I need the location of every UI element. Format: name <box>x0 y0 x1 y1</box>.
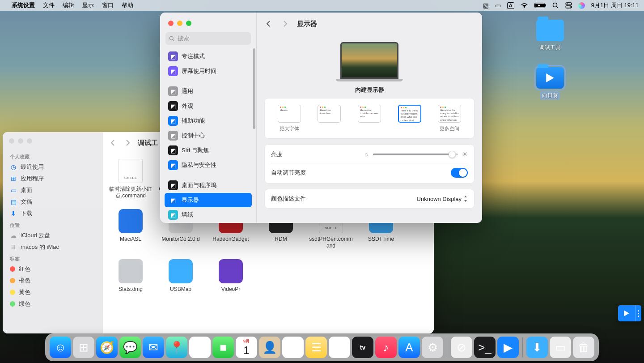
sidebar-item[interactable]: ⬇下载 <box>3 208 103 219</box>
back-button[interactable] <box>265 20 273 28</box>
settings-item[interactable]: ◩专注模式 <box>165 49 252 64</box>
file-item[interactable]: MaciASL <box>106 207 156 257</box>
spotlight-icon[interactable] <box>552 2 559 9</box>
sunflower-float-widget[interactable] <box>618 305 641 321</box>
dock-music[interactable]: ♪ <box>375 337 397 358</box>
zoom-button[interactable] <box>186 21 191 26</box>
scale-option[interactable]: Here's to t troublema ones who <box>351 105 388 125</box>
dock-finder[interactable]: ☺ <box>50 337 71 358</box>
scale-option[interactable]: Here's to the crazy on misfits rebels tr… <box>431 105 468 132</box>
settings-item[interactable]: ◩辅助功能 <box>165 114 252 128</box>
settings-item-label: 外观 <box>182 102 193 110</box>
dock-notes[interactable]: ☰ <box>305 337 327 358</box>
desktop-app-sunflower[interactable]: 向日葵 <box>532 67 568 100</box>
settings-item[interactable]: ◩屏幕保护程序 <box>165 222 252 223</box>
desktop-folder-debug[interactable]: 调试工具 <box>532 20 568 51</box>
screen-mirror-icon[interactable]: ▧ <box>483 2 489 9</box>
scrollbar[interactable] <box>253 48 255 129</box>
dock-freeform[interactable]: 〰 <box>329 337 350 358</box>
close-button[interactable] <box>168 21 174 26</box>
sidebar-item[interactable]: 绿色 <box>3 298 103 310</box>
dock-reminders[interactable]: ≡ <box>282 337 304 358</box>
settings-item[interactable]: ◩桌面与程序坞 <box>165 178 252 192</box>
dock-disk-utility[interactable]: ⊘ <box>451 337 472 358</box>
forward-button[interactable] <box>123 139 131 147</box>
dock-launchpad[interactable]: ⊞ <box>73 337 94 358</box>
input-source-indicator[interactable]: A <box>507 2 514 9</box>
dock-downloads[interactable]: ⬇ <box>526 337 548 358</box>
file-item[interactable]: 临时清除更新小红点.command <box>106 157 156 207</box>
dock-mail[interactable]: ✉ <box>143 337 164 358</box>
sidebar-item[interactable]: 红色 <box>3 263 103 275</box>
dock: ☺⊞🧭💬✉📍✿■9月1👤≡☰〰tv♪A⚙⊘>_▶⬇▭🗑 <box>45 333 599 361</box>
brightness-slider[interactable] <box>373 154 458 155</box>
menu-window[interactable]: 窗口 <box>102 1 114 9</box>
file-item[interactable]: Stats.dmg <box>106 257 156 307</box>
dock-calendar[interactable]: 9月1 <box>236 337 257 358</box>
sidebar-item[interactable]: ☁iCloud 云盘 <box>3 230 103 241</box>
siri-icon[interactable] <box>578 2 585 9</box>
settings-item[interactable]: ◩屏幕使用时间 <box>165 64 252 78</box>
scale-preview: Here's to t troublema ones who <box>358 105 381 123</box>
dock-terminal[interactable]: >_ <box>474 337 496 358</box>
widget-main[interactable] <box>618 309 635 318</box>
dock-app-store[interactable]: A <box>398 337 420 358</box>
settings-item[interactable]: ◩显示器 <box>165 193 252 207</box>
settings-sidebar: 搜索 ◩专注模式◩屏幕使用时间◩通用◩外观◩辅助功能◩控制中心◩Siri 与聚焦… <box>160 13 257 223</box>
display-name: 内建显示器 <box>265 86 474 94</box>
control-center-icon[interactable] <box>565 2 572 9</box>
sidebar-item[interactable]: 🖥macos 的 iMac <box>3 241 103 253</box>
dock-recents[interactable]: ▭ <box>550 337 571 358</box>
menu-file[interactable]: 文件 <box>43 1 55 9</box>
settings-item[interactable]: ◩墙纸 <box>165 208 252 222</box>
settings-item[interactable]: ◩通用 <box>165 84 252 98</box>
dock-facetime[interactable]: ■ <box>212 337 234 358</box>
back-button[interactable] <box>109 139 117 147</box>
dock-photos[interactable]: ✿ <box>189 337 211 358</box>
settings-item-icon: ◩ <box>168 145 178 155</box>
dock-messages[interactable]: 💬 <box>119 337 141 358</box>
scale-label: 更多空间 <box>431 125 468 132</box>
settings-item[interactable]: ◩外观 <box>165 99 252 113</box>
file-item[interactable]: USBMap <box>156 257 206 307</box>
dock-safari[interactable]: 🧭 <box>96 337 118 358</box>
auto-brightness-toggle[interactable] <box>451 168 468 178</box>
dock-sunflower[interactable]: ▶ <box>497 337 519 358</box>
dock-maps[interactable]: 📍 <box>166 337 187 358</box>
wifi-icon[interactable] <box>521 3 528 8</box>
cloud-icon: ☁ <box>10 232 17 239</box>
sidebar-item[interactable]: 橙色 <box>3 275 103 286</box>
scale-option[interactable]: Here's to the c troublemakers ones who s… <box>391 105 428 125</box>
dock-trash[interactable]: 🗑 <box>573 337 594 358</box>
settings-item[interactable]: ◩Siri 与聚焦 <box>165 143 252 158</box>
minimize-button[interactable] <box>177 21 182 26</box>
sidebar-item[interactable]: ▭桌面 <box>3 184 103 196</box>
menu-help[interactable]: 帮助 <box>122 1 133 9</box>
desktop-icon-label: 向日葵 <box>540 91 560 100</box>
finder-traffic-lights[interactable] <box>3 137 103 151</box>
scale-option[interactable]: Here's更大字体 <box>271 105 308 132</box>
settings-item[interactable]: ◩隐私与安全性 <box>165 158 252 172</box>
dock-settings[interactable]: ⚙ <box>422 337 443 358</box>
dock-contacts[interactable]: 👤 <box>259 337 280 358</box>
color-profile-select[interactable]: Unknown Display <box>417 196 468 202</box>
menu-edit[interactable]: 编辑 <box>63 1 74 9</box>
scale-option[interactable]: Here's to troublem <box>311 105 348 125</box>
datetime[interactable]: 9月1日 周日 19:11 <box>591 1 639 9</box>
menu-view[interactable]: 显示 <box>82 1 94 9</box>
sidebar-item[interactable]: ⊞应用程序 <box>3 173 103 184</box>
sidebar-item[interactable]: ◷最近使用 <box>3 161 103 173</box>
app-menu[interactable]: 系统设置 <box>12 1 35 9</box>
display-icon[interactable]: ▭ <box>495 2 501 9</box>
dock-tv[interactable]: tv <box>352 337 373 358</box>
forward-button[interactable] <box>281 20 289 28</box>
widget-menu[interactable] <box>635 305 641 321</box>
sidebar-item[interactable]: ▤文稿 <box>3 196 103 208</box>
sidebar-label: 桌面 <box>21 186 32 194</box>
settings-search[interactable]: 搜索 <box>165 32 251 45</box>
sidebar-item[interactable]: 黄色 <box>3 286 103 298</box>
file-item[interactable]: VideoPr <box>206 257 256 307</box>
battery-icon[interactable] <box>534 3 546 8</box>
settings-main: 显示器 内建显示器 Here's更大字体Here's to troublemHe… <box>257 13 482 223</box>
settings-item[interactable]: ◩控制中心 <box>165 128 252 143</box>
